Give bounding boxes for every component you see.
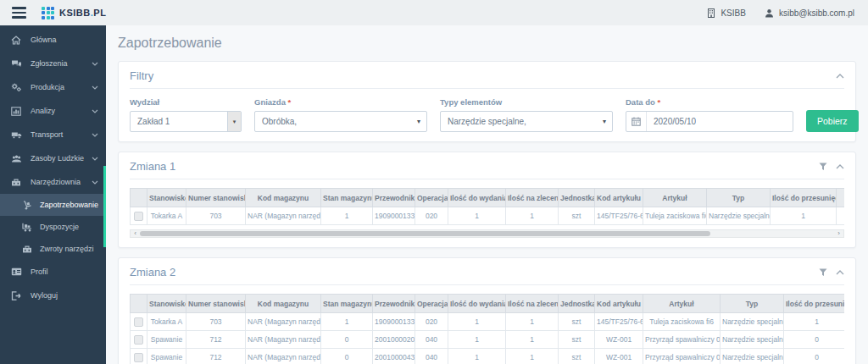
table-cell: szt <box>559 331 595 349</box>
app-logo[interactable]: KSIBB.PL <box>42 7 106 19</box>
row-checkbox[interactable] <box>134 212 143 221</box>
user-email: ksibb@ksibb.com.pl <box>779 8 854 18</box>
chevron-down-icon <box>92 85 98 90</box>
checkbox-cell <box>131 331 147 349</box>
table-cell: 1 <box>321 207 373 225</box>
sidebar-item-glowna[interactable]: Główna <box>0 28 106 52</box>
sidebar-item-transport[interactable]: Transport <box>0 123 106 146</box>
collapse-chevron-icon[interactable] <box>836 164 844 169</box>
column-header: Ilość <box>837 189 845 207</box>
table-cell: 1 <box>771 207 837 225</box>
sidebar-item-profil[interactable]: Profil <box>0 260 106 284</box>
table-cell: Tokarka A <box>147 207 186 225</box>
gniazda-select[interactable]: Obróbka, ▾ <box>254 111 427 132</box>
column-header: Operacja <box>415 189 448 207</box>
checkbox-cell <box>131 207 147 225</box>
wydzial-selected-value: Zakład 1 <box>131 117 170 126</box>
table-cell: 0 <box>784 349 845 364</box>
collapse-chevron-icon[interactable] <box>836 270 844 275</box>
filter-funnel-icon[interactable] <box>819 268 827 277</box>
column-header: Ilość do przesunięcia <box>784 295 845 313</box>
sidebar-item-label: Transport <box>31 130 63 139</box>
scrollbar-thumb[interactable] <box>140 231 710 236</box>
zmiana1-panel: Zmiana 1 StanowiskoNumer stanowiskaKod m… <box>118 152 856 248</box>
column-header: Kod magazynu <box>246 295 321 313</box>
column-header: Numer stanowiska <box>186 295 246 313</box>
user-indicator[interactable]: ksibb@ksibb.com.pl <box>765 8 854 18</box>
column-header: Ilość do wydania <box>448 295 506 313</box>
company-indicator[interactable]: KSIBB <box>707 8 745 18</box>
table-cell: 712 <box>186 331 246 349</box>
gniazda-selected-value: Obróbka, <box>255 117 297 126</box>
sidebar-item-label: Analizy <box>31 107 55 115</box>
zmiana1-horizontal-scrollbar[interactable]: ‹ › <box>130 229 844 238</box>
table-cell: Narzędzie specjalne <box>721 349 784 364</box>
table-cell: 1 <box>506 331 559 349</box>
column-header: Typ <box>721 295 784 313</box>
table-cell: 1 <box>448 207 506 225</box>
filters-panel: Filtry Wydział Zakład 1 ▾ Gniazda * Obró… <box>118 61 856 142</box>
wydzial-select[interactable]: Zakład 1 ▾ <box>130 111 242 132</box>
table-cell: Narzędzie specjalne <box>721 331 784 349</box>
table-cell: 703 <box>186 313 246 331</box>
table-cell <box>837 207 845 225</box>
scroll-left-icon[interactable]: ‹ <box>131 230 140 237</box>
table-cell: 1909000133 <box>373 207 415 225</box>
scroll-right-icon[interactable]: › <box>834 230 843 237</box>
sidebar-item-label: Wyloguj <box>31 291 58 300</box>
table-cell: Tokarka A <box>147 313 186 331</box>
chart-icon <box>11 107 24 116</box>
table-cell: 1 <box>448 313 506 331</box>
table-cell: Tuleja zaciskowa fi6 <box>643 207 707 225</box>
table-cell: 1 <box>506 313 559 331</box>
filter-funnel-icon[interactable] <box>819 163 827 171</box>
column-header: Przewodnik <box>373 189 415 207</box>
comments-icon <box>11 59 24 69</box>
building-icon <box>707 8 715 18</box>
table-row: Spawanie712NAR (Magazyn narzędzi)0200100… <box>131 331 845 349</box>
table-cell: Narzędzie specjalne <box>707 207 771 225</box>
sidebar-item-analizy[interactable]: Analizy <box>0 99 106 123</box>
column-header: Artykuł <box>643 189 707 207</box>
column-header: Kod magazynu <box>246 189 321 207</box>
sidebar-subitem-zapotrzebowanie[interactable]: Zapotrzebowanie <box>0 194 106 216</box>
zmiana1-table-viewport: StanowiskoNumer stanowiskaKod magazynuSt… <box>130 188 844 225</box>
table-cell: 1 <box>506 349 559 364</box>
sidebar-subitem-dyspozycje[interactable]: Dyspozycje <box>0 216 106 238</box>
typy-elementow-select[interactable]: Narzędzie specjalne, ▾ <box>440 111 613 132</box>
table-cell: 1 <box>448 331 506 349</box>
sidebar-item-label: Narzędziownia <box>31 178 81 186</box>
sidebar-item-produkcja[interactable]: Produkcja <box>0 75 106 99</box>
sidebar-subitem-label: Dyspozycje <box>40 223 79 231</box>
sidebar-item-zasoby-ludzkie[interactable]: Zasoby Ludzkie <box>0 146 106 170</box>
checkbox-cell <box>131 349 147 364</box>
sidebar-subitem-zwroty-narzedzi[interactable]: Zwroty narzędzi <box>0 238 106 260</box>
sidebar-item-zgloszenia[interactable]: Zgłoszenia <box>0 52 106 75</box>
column-header: Stan magazynu <box>321 189 373 207</box>
row-checkbox[interactable] <box>134 317 143 327</box>
column-header: Ilość na zlecenie <box>506 295 559 313</box>
sidebar-subitem-label: Zwroty narzędzi <box>40 245 94 253</box>
logo-text: KSIBB.PL <box>59 8 106 18</box>
table-cell: Przyrząd spawalniczy 001 <box>643 331 721 349</box>
column-header: Jednostka <box>559 295 595 313</box>
table-cell: 1909000133 <box>373 313 415 331</box>
menu-toggle-icon[interactable] <box>10 5 28 20</box>
row-checkbox[interactable] <box>134 335 143 345</box>
sidebar-item-label: Zasoby Ludzkie <box>31 154 84 163</box>
sidebar-item-narzedziownia[interactable]: Narzędziownia <box>0 170 106 194</box>
data-do-input[interactable]: 2020/05/10 <box>626 111 793 132</box>
typy-elementow-label: Typy elementów <box>440 97 613 107</box>
column-header: Artykuł <box>643 295 721 313</box>
row-checkbox[interactable] <box>134 353 143 362</box>
collapse-chevron-icon[interactable] <box>836 74 844 79</box>
table-cell: 020 <box>415 207 448 225</box>
table-cell: 1 <box>784 313 845 331</box>
toolbox-icon <box>11 178 24 187</box>
table-cell: 145/TF25/76-64 <box>595 207 643 225</box>
table-cell: 703 <box>186 207 246 225</box>
data-do-value: 2020/05/10 <box>647 117 696 126</box>
pobierz-button[interactable]: Pobierz <box>806 110 859 132</box>
sidebar-item-wyloguj[interactable]: Wyloguj <box>0 284 106 307</box>
page-title: Zapotrzebowanie <box>118 36 856 51</box>
